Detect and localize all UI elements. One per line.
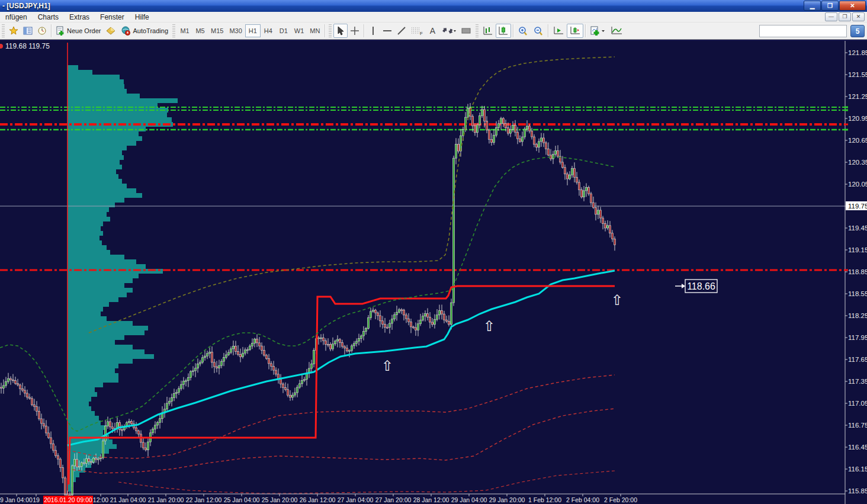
volume-profile-row	[68, 402, 89, 406]
volume-profile-row	[68, 165, 122, 169]
timeframe-button-w1[interactable]: W1	[291, 24, 307, 37]
timeframe-button-mn[interactable]: MN	[307, 24, 323, 37]
timeframe-button-m1[interactable]: M1	[177, 24, 192, 37]
indicator-list-button[interactable]	[608, 24, 625, 38]
up-arrow-marker[interactable]: ⇧	[381, 358, 393, 374]
candlestick-chart-icon	[498, 26, 509, 36]
bar-chart-mode-button[interactable]	[480, 24, 496, 38]
chart-restore-button[interactable]: ❐	[839, 12, 851, 21]
time-axis-label-highlight: 2016.01.20 09:00	[44, 496, 92, 503]
zoom-in-button[interactable]	[515, 24, 531, 38]
search-input[interactable]	[760, 26, 847, 36]
rectangle-shape-icon	[461, 26, 471, 36]
shapes-tool-button[interactable]	[458, 24, 474, 38]
expert-properties-button[interactable]	[103, 24, 118, 38]
volume-profile-row	[68, 150, 122, 155]
volume-profile-row	[68, 330, 144, 335]
timeframe-button-m30[interactable]: M30	[226, 24, 245, 37]
timeframe-group: M1M5M15M30H1H4D1W1MN	[177, 24, 323, 37]
time-axis-label: 29 Jan 04:00	[451, 496, 487, 503]
up-arrow-marker[interactable]: ⇧	[483, 318, 495, 334]
neue-order-button[interactable]: Neue Order	[53, 24, 103, 38]
new-chart-button[interactable]	[7, 24, 21, 38]
volume-profile-row	[68, 89, 127, 94]
price-axis-label: 115.85	[848, 487, 867, 495]
volume-profile-row	[68, 302, 109, 307]
volume-profile-row	[68, 392, 97, 397]
up-arrow-marker[interactable]: ⇧	[611, 292, 623, 308]
volume-profile-row	[68, 406, 91, 411]
time-axis-label: 26 Jan 12:00	[300, 496, 336, 503]
timeframe-button-m5[interactable]: M5	[192, 24, 208, 37]
time-axis-label: 2 Feb 04:00	[566, 496, 599, 503]
usdjpy-h1-chart[interactable]: ⇧⇧⇧118.66119.68 119.75121.85121.55121.25…	[0, 41, 867, 504]
timeframe-button-h4[interactable]: H4	[261, 24, 276, 37]
time-axis-label: 29 Jan 20:00	[489, 496, 525, 503]
time-axis-label: 25 Jan 20:00	[262, 496, 298, 503]
menu-item-fenster[interactable]: Fenster	[95, 12, 130, 22]
menu-item-extras[interactable]: Extras	[64, 12, 95, 22]
volume-profile-row	[68, 368, 115, 373]
cursor-tool-button[interactable]	[333, 24, 348, 38]
volume-profile-row	[68, 169, 116, 174]
volume-profile-row	[68, 383, 103, 387]
zoom-out-button[interactable]	[531, 24, 546, 38]
price-axis-label: 119.15	[848, 246, 867, 253]
toolbar-drag-handle[interactable]	[476, 24, 479, 37]
profiles-button[interactable]	[21, 24, 35, 38]
menu-bar: nfügenChartsExtrasFensterHilfe — ❐ ✕	[0, 12, 867, 23]
volume-profile-row	[68, 240, 102, 245]
volume-profile-row	[68, 354, 154, 359]
vertical-line-tool-button[interactable]	[366, 24, 380, 38]
volume-profile-row	[68, 236, 99, 240]
chart-shift-button[interactable]	[567, 24, 583, 38]
volume-profile-row	[68, 297, 118, 302]
volume-profile-row	[68, 117, 172, 122]
crosshair-tool-button[interactable]	[348, 24, 362, 38]
trendline-tool-button[interactable]	[394, 24, 409, 38]
time-axis-label: 1 Feb 12:00	[528, 496, 561, 503]
menu-item-nfgen[interactable]: nfügen	[0, 12, 33, 22]
toolbar-drag-handle[interactable]	[172, 24, 175, 37]
zoom-out-icon	[533, 26, 544, 36]
toolbar-drag-handle[interactable]	[329, 24, 332, 37]
timeframe-button-h1[interactable]: H1	[245, 24, 261, 37]
chart-close-button[interactable]: ✕	[852, 12, 865, 21]
trendline-icon	[397, 26, 406, 36]
volume-profile-row	[68, 141, 136, 146]
template-button[interactable]	[35, 24, 49, 38]
notifications-badge-button[interactable]: 5	[850, 25, 865, 37]
timeframe-button-m15[interactable]: M15	[208, 24, 226, 37]
volume-profile-row	[68, 179, 122, 184]
timeframe-button-d1[interactable]: D1	[276, 24, 291, 37]
price-axis-label-current: 119.75	[848, 203, 867, 210]
autoscroll-icon	[553, 26, 564, 36]
text-tool-button[interactable]: A	[425, 24, 439, 38]
chart-shift-icon	[569, 26, 581, 36]
autotrading-label: AutoTrading	[133, 27, 168, 34]
menu-item-charts[interactable]: Charts	[33, 12, 64, 22]
autotrading-button[interactable]: AutoTrading	[118, 24, 171, 38]
horizontal-line-tool-button[interactable]	[380, 24, 394, 38]
volume-profile-row	[68, 98, 178, 103]
volume-profile-row	[68, 245, 107, 250]
fibonacci-icon: F	[411, 26, 423, 36]
window-close-button[interactable]: ✕	[839, 1, 866, 11]
volume-profile-row	[68, 203, 115, 207]
window-minimize-button[interactable]: ▁	[804, 1, 821, 11]
chart-autoscroll-button[interactable]	[550, 24, 567, 38]
price-axis-label: 120.95	[848, 115, 867, 122]
fibonacci-tool-button[interactable]: F	[409, 24, 425, 38]
volume-profile-row	[68, 487, 71, 492]
add-indicator-button[interactable]	[587, 24, 608, 38]
candlestick-mode-button[interactable]	[496, 24, 511, 38]
arrows-tool-button[interactable]	[439, 24, 458, 38]
volume-profile-row	[68, 274, 139, 278]
chart-minimize-button[interactable]: —	[825, 12, 837, 21]
chart-area[interactable]: ⇧⇧⇧118.66119.68 119.75121.85121.55121.25…	[0, 40, 867, 504]
text-tool-label: A	[430, 26, 435, 36]
window-maximize-button[interactable]: ❐	[821, 1, 839, 11]
menu-item-hilfe[interactable]: Hilfe	[130, 12, 155, 22]
toolbar-drag-handle[interactable]	[2, 24, 5, 37]
volume-profile-row	[68, 416, 99, 420]
